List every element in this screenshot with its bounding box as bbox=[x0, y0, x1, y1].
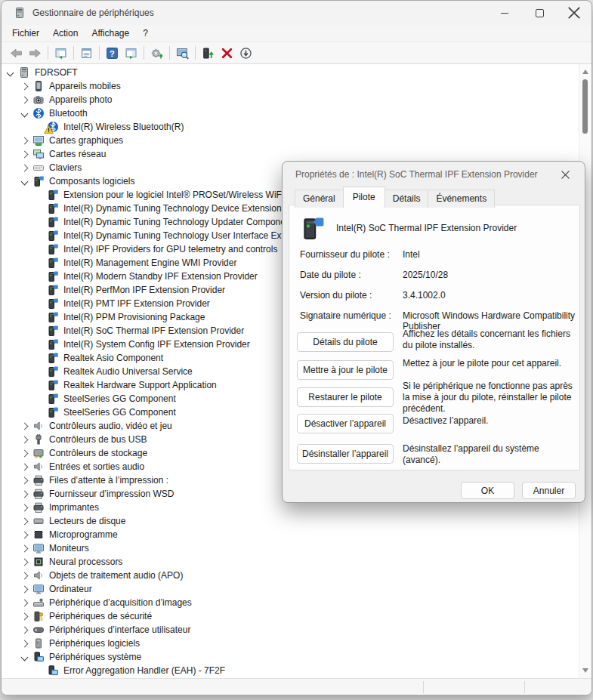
chevron-icon[interactable] bbox=[21, 599, 29, 606]
chevron-icon[interactable] bbox=[21, 490, 29, 498]
tree-item-label: Intel(R) Wireless Bluetooth(R) bbox=[63, 122, 184, 132]
dialog-tab[interactable]: Détails bbox=[385, 190, 429, 208]
driver-action-button[interactable]: Mettre à jour le pilote bbox=[297, 360, 394, 380]
tree-item[interactable]: Intel(R) Wireless Bluetooth(R) bbox=[2, 120, 579, 134]
chevron-icon[interactable] bbox=[21, 504, 29, 511]
chevron-icon[interactable] bbox=[7, 69, 14, 76]
chevron-icon[interactable] bbox=[21, 626, 29, 634]
tree-item[interactable]: Error Aggregation Handler (EAH) - 7F2F bbox=[2, 664, 579, 677]
scroll-up-icon[interactable] bbox=[582, 69, 588, 74]
chevron-icon[interactable] bbox=[21, 544, 29, 552]
menu-item[interactable]: Fichier bbox=[5, 26, 46, 41]
chevron-icon[interactable] bbox=[21, 463, 29, 470]
chevron-icon[interactable] bbox=[21, 640, 29, 647]
driver-action-button[interactable]: Désactiver l’appareil bbox=[297, 414, 394, 433]
scroll-down-icon[interactable] bbox=[582, 668, 588, 673]
tree-item[interactable]: Périphériques logiciels bbox=[2, 637, 579, 650]
npu-icon bbox=[32, 556, 45, 568]
tree-item[interactable]: Périphériques de sécurité bbox=[2, 609, 579, 623]
tree-item-label: Appareils photo bbox=[49, 94, 112, 105]
chevron-icon[interactable] bbox=[21, 436, 29, 443]
tree-item[interactable]: Ordinateur bbox=[2, 582, 579, 596]
dialog-tab[interactable]: Pilote bbox=[343, 187, 385, 208]
chevron-icon[interactable] bbox=[21, 558, 29, 566]
tree-item[interactable]: Appareils mobiles bbox=[2, 79, 579, 93]
tree-item[interactable]: Appareils photo bbox=[2, 93, 579, 106]
dialog-tab[interactable]: Général bbox=[295, 190, 344, 208]
chevron-icon[interactable] bbox=[21, 137, 29, 144]
status-separator bbox=[524, 681, 525, 693]
tree-item[interactable]: Périphériques système bbox=[2, 650, 579, 664]
dialog-close-button[interactable] bbox=[556, 165, 574, 183]
chevron-icon[interactable] bbox=[21, 422, 29, 430]
tree-item[interactable]: Cartes réseau bbox=[2, 147, 579, 161]
chevron-icon[interactable] bbox=[21, 612, 29, 620]
close-button[interactable] bbox=[557, 1, 591, 25]
toolbar-separator bbox=[195, 46, 196, 60]
driver-action-button[interactable]: Détails du pilote bbox=[297, 332, 394, 352]
action-pane-icon[interactable] bbox=[122, 45, 140, 62]
menu-item[interactable]: Action bbox=[46, 26, 85, 41]
monitor-icon bbox=[32, 583, 45, 595]
usb-icon bbox=[32, 433, 45, 446]
chevron-icon[interactable] bbox=[21, 517, 29, 525]
show-console-tree-icon[interactable] bbox=[52, 45, 69, 62]
chevron-icon[interactable] bbox=[21, 150, 29, 158]
tree-item-label: Périphérique d’acquisition d’images bbox=[49, 597, 192, 608]
tree-item[interactable]: Bluetooth bbox=[2, 106, 579, 120]
tree-item-label: Microprogramme bbox=[49, 529, 118, 540]
ok-button[interactable]: OK bbox=[461, 482, 514, 499]
uninstall-device-icon[interactable] bbox=[218, 45, 236, 62]
driver-action-button[interactable]: Désinstaller l’appareil bbox=[297, 444, 394, 464]
chevron-icon[interactable] bbox=[21, 531, 29, 538]
help-icon[interactable] bbox=[103, 45, 121, 62]
tree-item-label: Ordinateur bbox=[49, 584, 92, 594]
cancel-button[interactable]: Annuler bbox=[522, 482, 576, 499]
tree-item[interactable]: Périphérique d’acquisition d’images bbox=[2, 596, 579, 609]
tree-item[interactable]: Neural processors bbox=[2, 555, 579, 569]
speaker-icon bbox=[32, 461, 45, 473]
tree-item-label: Error Aggregation Handler (EAH) - 7F2F bbox=[63, 665, 225, 676]
chevron-icon[interactable] bbox=[21, 585, 29, 593]
update-driver-gear-icon[interactable] bbox=[148, 45, 165, 62]
back-icon[interactable] bbox=[8, 45, 25, 62]
driver-action-button[interactable]: Restaurer le pilote bbox=[297, 387, 394, 407]
network-icon bbox=[32, 148, 45, 160]
forward-icon[interactable] bbox=[26, 45, 44, 62]
properties-icon[interactable] bbox=[78, 45, 95, 62]
driver-action-description: Désinstallez l’appareil du système (avan… bbox=[403, 443, 575, 466]
storage-icon bbox=[32, 447, 45, 459]
scan-hardware-changes-icon[interactable] bbox=[174, 45, 191, 62]
tree-item[interactable]: Périphériques d’interface utilisateur bbox=[2, 623, 579, 637]
maximize-icon bbox=[536, 9, 544, 17]
gpu-icon bbox=[32, 134, 45, 146]
menu-bar: FichierActionAffichage? bbox=[2, 25, 591, 42]
menu-item[interactable]: ? bbox=[136, 26, 155, 41]
tree-item[interactable]: Objets de traitement audio (APO) bbox=[2, 569, 579, 582]
disable-device-icon[interactable] bbox=[237, 45, 255, 62]
chevron-icon[interactable] bbox=[21, 653, 29, 661]
tree-item-label: Intel(R) PMT IPF Extension Provider bbox=[63, 298, 210, 309]
tree-item[interactable]: Lecteurs de disque bbox=[2, 514, 579, 528]
chevron-icon[interactable] bbox=[21, 449, 29, 457]
chevron-icon[interactable] bbox=[21, 177, 29, 185]
chevron-icon[interactable] bbox=[21, 476, 29, 484]
chevron-icon[interactable] bbox=[21, 164, 29, 171]
chevron-icon[interactable] bbox=[21, 96, 29, 103]
tree-item-label: Entrées et sorties audio bbox=[49, 461, 144, 472]
chevron-icon[interactable] bbox=[21, 109, 29, 117]
update-driver-icon[interactable] bbox=[199, 45, 217, 62]
scrollbar-thumb[interactable] bbox=[582, 79, 588, 134]
tree-item[interactable]: Cartes graphiques bbox=[2, 134, 579, 147]
dialog-tab[interactable]: Événements bbox=[428, 190, 495, 208]
chevron-icon[interactable] bbox=[21, 572, 29, 579]
maximize-button[interactable] bbox=[522, 1, 557, 25]
minimize-button[interactable] bbox=[487, 1, 522, 25]
menu-item[interactable]: Affichage bbox=[85, 26, 136, 41]
tree-item[interactable]: FDRSOFT bbox=[2, 66, 579, 79]
tree-item-label: Intel(R) Management Engine WMI Provider bbox=[63, 257, 236, 268]
chevron-icon[interactable] bbox=[21, 82, 29, 90]
tree-item[interactable]: Moniteurs bbox=[2, 541, 579, 555]
tree-item-label: Realtek Hardware Support Application bbox=[63, 380, 217, 390]
tree-item[interactable]: Microprogramme bbox=[2, 528, 579, 541]
